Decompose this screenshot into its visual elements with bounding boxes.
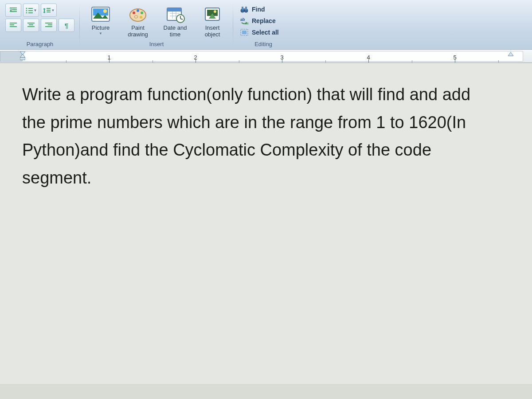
svg-rect-6 [28,10,33,11]
svg-rect-4 [28,8,33,9]
svg-rect-1 [12,9,17,10]
align-center-button[interactable] [23,19,39,32]
picture-icon [90,4,111,24]
svg-point-28 [141,12,143,14]
svg-rect-2 [10,11,17,12]
document-body[interactable]: Write a program function(only function) … [22,81,492,192]
replace-button[interactable]: abac Replace [239,16,288,26]
ribbon: ▼ ▼ ¶ Paragr [0,0,532,50]
svg-rect-17 [29,24,33,25]
svg-rect-12 [47,12,51,12]
svg-point-5 [26,10,27,12]
select-all-icon [239,28,249,37]
group-insert: Picture ▼ Paint drawing Date and time I [80,3,233,49]
group-label-insert: Insert [83,39,230,48]
chevron-down-icon: ▼ [34,8,37,12]
svg-rect-19 [45,23,52,23]
group-label-paragraph: Paragraph [4,39,76,48]
svg-point-26 [133,12,135,14]
date-time-button[interactable]: Date and time [158,4,192,39]
select-all-label: Select all [252,29,279,36]
svg-point-24 [103,9,107,13]
svg-rect-10 [47,8,51,9]
svg-rect-47 [243,8,245,10]
bullets-button[interactable]: ▼ [23,4,39,17]
svg-rect-21 [45,26,52,27]
select-all-button[interactable]: Select all [239,27,288,37]
chevron-down-icon: ▼ [51,8,55,12]
ruler[interactable]: 1 2 3 4 5 [0,50,532,63]
picture-label: Picture [92,25,110,31]
svg-rect-0 [10,8,17,8]
svg-rect-14 [10,24,14,25]
align-right-button[interactable] [41,19,57,32]
svg-rect-16 [27,23,35,23]
svg-rect-8 [28,12,33,13]
object-icon [202,4,223,24]
paint-drawing-label: Paint drawing [128,25,148,38]
picture-button[interactable]: Picture ▼ [83,4,118,36]
svg-rect-18 [27,26,35,27]
line-spacing-button[interactable]: ▼ [41,4,57,17]
date-time-label: Date and time [164,25,187,38]
svg-rect-46 [245,7,247,10]
svg-rect-11 [47,10,51,11]
insert-object-label: Insert object [205,25,220,38]
document-area[interactable]: Write a program function(only function) … [0,63,532,384]
svg-rect-9 [44,9,45,12]
svg-point-29 [140,16,142,19]
group-editing: Find abac Replace Select all Editing [233,3,293,49]
find-label: Find [252,6,265,13]
chevron-down-icon: ▼ [99,31,102,35]
svg-rect-15 [10,26,17,27]
right-indent-marker[interactable] [508,52,513,60]
svg-point-30 [134,16,138,18]
svg-rect-20 [48,24,52,25]
replace-label: Replace [252,17,276,24]
svg-rect-45 [242,7,243,10]
palette-icon [128,4,148,24]
insert-object-button[interactable]: Insert object [195,4,230,39]
svg-point-42 [214,10,216,13]
binoculars-icon [239,5,249,14]
svg-point-7 [26,12,27,14]
calendar-clock-icon [165,4,185,24]
group-label-editing: Editing [237,39,290,48]
svg-point-27 [137,9,139,12]
paint-drawing-button[interactable]: Paint drawing [121,4,155,39]
align-left-button[interactable] [5,19,21,32]
find-button[interactable]: Find [239,4,288,14]
svg-rect-52 [20,58,25,60]
svg-rect-32 [167,8,181,12]
svg-rect-13 [10,23,17,23]
show-marks-button[interactable]: ¶ [59,19,74,32]
decrease-indent-button[interactable] [5,4,21,17]
ruler-track: 1 2 3 4 5 [22,51,523,62]
svg-point-3 [26,8,27,9]
hanging-indent-marker[interactable] [20,54,25,62]
svg-rect-51 [242,31,246,34]
svg-text:ac: ac [245,22,249,25]
group-paragraph: ▼ ▼ ¶ Paragr [0,3,80,49]
svg-text:ab: ab [240,17,245,22]
replace-icon: abac [239,16,249,25]
